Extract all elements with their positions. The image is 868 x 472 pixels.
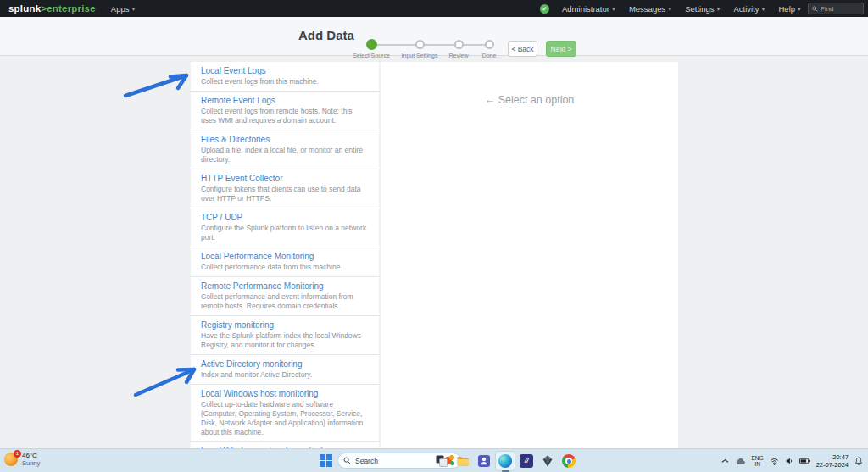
source-option[interactable]: Local Event LogsCollect event logs from …: [191, 62, 379, 92]
topbar-right-menus: ✓ Administrator▼ Messages▼ Settings▼ Act…: [540, 0, 802, 17]
dev-app-icon[interactable]: //: [516, 451, 537, 471]
notification-badge: 1: [14, 450, 21, 458]
source-option[interactable]: TCP / UDPConfigure the Splunk platform t…: [191, 208, 379, 247]
add-data-header: Add Data Select SourceInput SettingsRevi…: [0, 17, 868, 56]
find-search-input[interactable]: Find: [808, 3, 864, 14]
source-option-description: Upload a file, index a local file, or mo…: [201, 146, 369, 164]
source-option-title[interactable]: TCP / UDP: [201, 213, 369, 223]
source-option[interactable]: Registry monitoringHave the Splunk platf…: [191, 316, 379, 355]
weather-temp: 46°C: [22, 452, 40, 459]
source-option-title[interactable]: HTTP Event Collector: [201, 174, 369, 184]
source-option-title[interactable]: Active Directory monitoring: [201, 359, 369, 369]
source-option-description: Collect performance data from this machi…: [201, 263, 369, 272]
step-circle-0: [366, 39, 377, 50]
file-explorer-icon[interactable]: [453, 451, 473, 471]
splunk-add-data-screen: splunk>enterprise Apps▼ ✓ Administrator▼…: [0, 0, 868, 472]
source-option[interactable]: Local Windows host monitoringCollect up-…: [191, 385, 379, 442]
back-button[interactable]: < Back: [508, 41, 537, 57]
volume-icon[interactable]: [785, 457, 793, 465]
chevron-down-icon: ▼: [611, 7, 616, 12]
step-circle-1: [415, 40, 425, 49]
select-option-prompt: ← Select an option: [381, 62, 678, 106]
source-option-title[interactable]: Remote Performance Monitoring: [201, 281, 369, 292]
battery-icon[interactable]: [799, 458, 810, 464]
search-icon: [343, 457, 351, 464]
system-tray: ENGIN 20:4722-07-2024: [721, 449, 863, 472]
weather-sun-icon: 1: [4, 453, 18, 466]
teams-icon[interactable]: [474, 451, 494, 471]
wifi-icon[interactable]: [770, 458, 779, 465]
source-option-description: Collect event logs from remote hosts. No…: [201, 107, 369, 125]
tray-chevron-up-icon[interactable]: [721, 458, 729, 464]
source-option[interactable]: Active Directory monitoringIndex and mon…: [191, 355, 379, 385]
onedrive-cloud-icon[interactable]: [735, 458, 746, 465]
splunk-logo[interactable]: splunk>enterprise: [8, 3, 96, 14]
source-option[interactable]: Remote Event LogsCollect event logs from…: [191, 92, 379, 130]
source-option-description: Configure the Splunk platform to listen …: [201, 224, 369, 242]
weather-condition: Sunny: [22, 459, 40, 467]
chevron-down-icon: ▼: [131, 7, 136, 12]
source-option-description: Have the Splunk platform index the local…: [201, 331, 369, 350]
windows-taskbar: 1 46°C Sunny Search // ENGIN: [0, 448, 868, 472]
activity-menu[interactable]: Activity▼: [733, 4, 765, 14]
messages-menu[interactable]: Messages▼: [629, 4, 672, 14]
settings-menu[interactable]: Settings▼: [685, 4, 721, 14]
taskbar-app-icons: //: [431, 449, 579, 472]
next-button[interactable]: Next >: [546, 41, 576, 57]
source-option-title[interactable]: Local Event Logs: [201, 66, 369, 76]
help-menu[interactable]: Help▼: [779, 4, 803, 14]
chevron-down-icon: ▼: [797, 7, 802, 12]
language-indicator[interactable]: ENGIN: [752, 455, 764, 467]
source-option-description: Collect event logs from this machine.: [201, 77, 369, 86]
source-option-description: Collect performance and event informatio…: [201, 292, 369, 311]
page-title: Add Data: [298, 28, 354, 42]
notification-bell-icon[interactable]: [854, 457, 863, 466]
source-option-title[interactable]: Remote Event Logs: [201, 96, 369, 106]
stepper-line: [371, 44, 489, 46]
source-option[interactable]: Local Windows network monitoringThis is …: [191, 442, 379, 448]
source-option-description: Index and monitor Active Directory.: [201, 370, 369, 380]
step-circle-3: [485, 40, 494, 49]
chevron-down-icon: ▼: [716, 7, 721, 12]
weather-widget[interactable]: 1 46°C Sunny: [4, 452, 40, 467]
source-option-description: Configure tokens that clients can use to…: [201, 185, 369, 203]
chevron-down-icon: ▼: [667, 7, 672, 12]
source-option[interactable]: Local Performance MonitoringCollect perf…: [191, 247, 379, 277]
source-option-description: Collect up-to-date hardware and software…: [201, 400, 369, 437]
start-button[interactable]: [320, 454, 332, 467]
search-placeholder: Search: [355, 457, 438, 465]
source-option[interactable]: HTTP Event CollectorConfigure tokens tha…: [191, 169, 379, 208]
detail-panel: ← Select an option: [381, 62, 678, 448]
edge-icon[interactable]: [495, 451, 515, 471]
source-option-title[interactable]: Files & Directories: [201, 135, 369, 145]
administrator-menu[interactable]: Administrator▼: [562, 4, 616, 14]
gem-app-icon[interactable]: [537, 451, 558, 471]
chevron-down-icon: ▼: [761, 7, 766, 12]
health-check-icon[interactable]: ✓: [540, 4, 549, 14]
task-view-icon[interactable]: [431, 451, 452, 471]
source-option[interactable]: Remote Performance MonitoringCollect per…: [191, 277, 379, 316]
source-option[interactable]: Files & DirectoriesUpload a file, index …: [191, 130, 379, 169]
clock-date[interactable]: 20:4722-07-2024: [816, 453, 849, 469]
chrome-icon[interactable]: [559, 451, 579, 471]
source-type-list: Local Event LogsCollect event logs from …: [191, 62, 379, 448]
source-option-title[interactable]: Local Performance Monitoring: [201, 252, 369, 262]
step-circle-2: [454, 40, 464, 49]
apps-menu[interactable]: Apps▼: [111, 4, 136, 14]
search-icon: [812, 6, 818, 12]
source-option-title[interactable]: Registry monitoring: [201, 320, 369, 330]
source-option-title[interactable]: Local Windows host monitoring: [201, 389, 369, 399]
splunk-topbar: splunk>enterprise Apps▼ ✓ Administrator▼…: [0, 0, 868, 17]
